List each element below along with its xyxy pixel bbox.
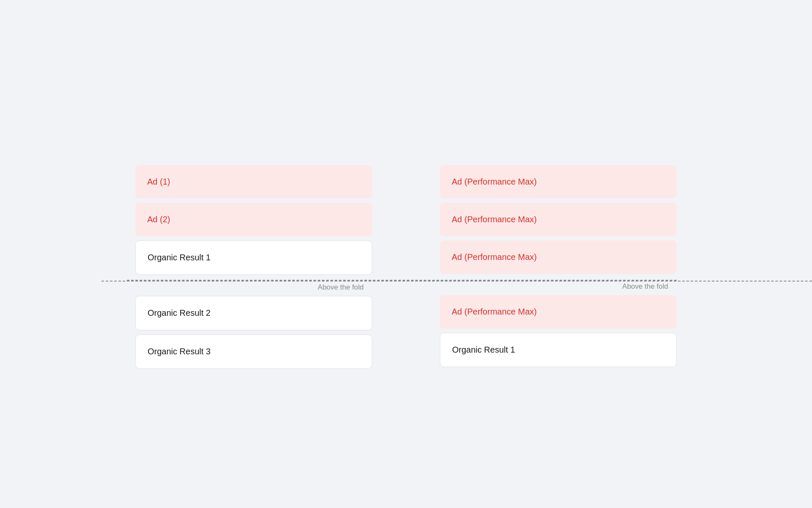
right-ad-3: Ad (Performance Max) — [440, 240, 677, 274]
right-fold-dashed-line — [127, 280, 677, 281]
right-ad-4-label: Ad (Performance Max) — [452, 307, 537, 316]
left-ad-2-label: Ad (2) — [147, 215, 170, 224]
left-organic-3-label: Organic Result 3 — [148, 347, 211, 356]
left-ad-1-label: Ad (1) — [147, 177, 170, 186]
fold-dashed-line — [102, 281, 812, 282]
left-organic-1: Organic Result 1 — [135, 240, 372, 275]
right-ad-2: Ad (Performance Max) — [440, 203, 677, 236]
left-organic-3: Organic Result 3 — [135, 334, 372, 369]
right-ad-2-label: Ad (Performance Max) — [452, 215, 537, 224]
left-organic-1-label: Organic Result 1 — [148, 253, 211, 262]
left-organic-2: Organic Result 2 — [135, 296, 372, 330]
right-ad-1: Ad (Performance Max) — [440, 165, 677, 199]
right-ad-1-label: Ad (Performance Max) — [452, 177, 537, 186]
main-container: Ad (1) Ad (2) Organic Result 1 Above the… — [135, 140, 677, 369]
left-organic-2-label: Organic Result 2 — [148, 308, 211, 318]
right-organic-1-label: Organic Result 1 — [452, 345, 515, 354]
left-ad-2: Ad (2) — [135, 203, 372, 236]
right-fold-label: Above the fold — [622, 282, 668, 291]
left-column: Ad (1) Ad (2) Organic Result 1 Above the… — [135, 165, 372, 369]
left-fold-label: Above the fold — [318, 283, 364, 292]
left-ad-1: Ad (1) — [135, 165, 372, 199]
right-ad-4: Ad (Performance Max) — [440, 295, 677, 329]
right-organic-1: Organic Result 1 — [440, 333, 677, 367]
right-column: Ad (Performance Max) Ad (Performance Max… — [440, 165, 677, 367]
right-ad-3-label: Ad (Performance Max) — [452, 252, 537, 262]
